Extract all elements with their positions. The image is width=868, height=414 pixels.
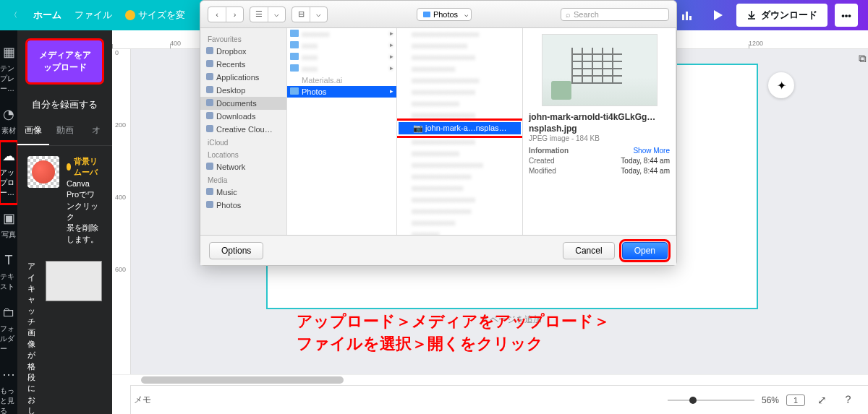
open-button[interactable]: Open: [622, 242, 668, 259]
file-item-selected[interactable]: 📷 john-mark-a…nsplash.jpg: [399, 122, 521, 134]
file-item-photos[interactable]: Photos: [287, 86, 396, 98]
left-rail: ▦テンプレー… ◔素材 ☁アップロー… ▣写真 Tテキスト 🗀フォルダー ⋯もっ…: [0, 30, 17, 414]
file-item[interactable]: xxxxxxx: [397, 228, 522, 235]
record-self-button[interactable]: 自分を録画する: [17, 92, 112, 117]
sidebar-item-recents[interactable]: Recents: [200, 58, 286, 71]
play-icon[interactable]: [706, 4, 729, 27]
file-item[interactable]: xxxxxxxxxxxxxxx: [397, 205, 522, 217]
elements-icon: ◔: [0, 105, 17, 123]
help-icon[interactable]: ？: [838, 393, 857, 407]
sidebar-heading-icloud: iCloud: [200, 136, 286, 148]
side-panel: メディアをアップロード 自分を録画する 画像 動画 オ 背景リムーバ Canva…: [17, 30, 112, 414]
file-item[interactable]: xxxxxxxxxxxxxxxx: [397, 86, 522, 98]
file-item[interactable]: xxxxxxx: [287, 28, 396, 40]
preview-thumbnail: [542, 34, 658, 106]
rail-elements[interactable]: ◔素材: [0, 100, 17, 142]
tab-image[interactable]: 画像: [17, 117, 49, 145]
cloud-upload-icon: ☁: [0, 147, 17, 165]
file-item[interactable]: xxxxxxxxxxxxxxx: [397, 171, 522, 182]
template-icon: ▦: [0, 43, 17, 61]
file-item[interactable]: xxxx: [287, 40, 396, 51]
chart-icon[interactable]: [676, 4, 699, 27]
file-menu[interactable]: ファイル: [75, 9, 112, 22]
sidebar-item-music[interactable]: Music: [200, 186, 286, 199]
back-icon[interactable]: ‹: [208, 7, 226, 22]
finder-column-1: xxxxxxx xxxx xxxx xxxx Materials.ai Phot…: [287, 28, 397, 235]
rail-folder[interactable]: 🗀フォルダー: [0, 298, 17, 360]
rail-template[interactable]: ▦テンプレー…: [0, 38, 17, 100]
file-item[interactable]: xxxxxxxxxxxxxxxxx: [397, 74, 522, 86]
rail-more[interactable]: ⋯もっと見る: [0, 360, 17, 414]
rail-upload[interactable]: ☁アップロー…: [0, 142, 17, 204]
sidebar-item-desktop[interactable]: Desktop: [200, 84, 286, 97]
file-item[interactable]: xxxxxxxxxxx: [397, 63, 522, 74]
upload-tabs: 画像 動画 オ: [17, 117, 112, 146]
tab-audio[interactable]: オ: [80, 117, 112, 145]
rail-photos[interactable]: ▣写真: [0, 204, 17, 246]
list-item[interactable]: アイキャッチ画像が 格段におしゃれになる 文字入れ のコツ16個: [27, 261, 102, 414]
cancel-button[interactable]: Cancel: [563, 242, 614, 259]
duplicate-page-icon[interactable]: ⧉: [859, 52, 867, 65]
h-scrollbar[interactable]: [112, 374, 868, 385]
upload-media-button[interactable]: メディアをアップロード: [27, 40, 102, 82]
rail-text[interactable]: Tテキスト: [0, 246, 17, 298]
more-button[interactable]: •••: [835, 4, 858, 27]
sidebar-item-creativecloud[interactable]: Creative Clou…: [200, 123, 286, 136]
forward-icon[interactable]: ›: [226, 7, 243, 22]
resize-button[interactable]: サイズを変: [125, 9, 185, 22]
group-icon[interactable]: ⊟: [292, 7, 310, 22]
file-item[interactable]: xxxxxxxxxxx: [397, 217, 522, 228]
page-indicator[interactable]: 1: [786, 394, 805, 406]
file-item[interactable]: xxxxxxxxxxxxx: [397, 182, 522, 194]
tutorial-annotation: アップロード＞メディアをアップロード＞ ファイルを選択＞開くをクリック: [297, 311, 610, 355]
content-list: アイキャッチ画像が 格段におしゃれになる 文字入れ のコツ16個 おしゃれな英語…: [17, 255, 112, 414]
svg-rect-2: [689, 16, 692, 20]
grid-view-icon[interactable]: ▦: [864, 394, 868, 407]
file-item[interactable]: xxxx: [287, 63, 396, 74]
finder-sidebar: Favourites Dropbox Recents Applications …: [200, 28, 287, 235]
file-item[interactable]: xxxx: [287, 51, 396, 63]
home-link[interactable]: ホーム: [33, 9, 61, 22]
fullscreen-icon[interactable]: ⤢: [812, 394, 831, 407]
sidebar-item-network[interactable]: Network: [200, 160, 286, 173]
ruler-vertical: 0200400600: [112, 49, 131, 414]
sidebar-item-documents[interactable]: Documents: [200, 97, 286, 110]
folder-popup[interactable]: Photos: [417, 8, 472, 21]
search-icon: ⌕: [566, 10, 571, 19]
sidebar-item-downloads[interactable]: Downloads: [200, 110, 286, 123]
group-segment[interactable]: ⊟⌵: [292, 7, 328, 22]
zoom-slider[interactable]: [668, 400, 754, 401]
file-item[interactable]: xxxxxxxxxxxxxxxx: [397, 194, 522, 205]
ai-suggest-button[interactable]: ✦: [768, 72, 794, 98]
file-item[interactable]: xxxxxxxxxxxx: [397, 98, 522, 109]
tab-video[interactable]: 動画: [49, 117, 81, 145]
file-item[interactable]: xxxxxxxxxxxxxxxx: [397, 51, 522, 63]
bg-remover-promo[interactable]: 背景リムーバ Canva Proでワンクリック 景を削除します。: [17, 146, 112, 255]
sidebar-item-dropbox[interactable]: Dropbox: [200, 45, 286, 58]
info-val-modified: Today, 8:44 am: [621, 167, 670, 175]
zoom-value: 56%: [762, 395, 779, 405]
info-key-modified: Modified: [529, 167, 556, 175]
finder-preview-column: john-mark-arnold-ti4kGLkGg…nsplash.jpg J…: [523, 28, 676, 235]
bottom-bar: ✎メモ 56% 1 ⤢ ？ ▦: [112, 385, 868, 414]
file-item[interactable]: xxxxxxxxxxxxxxxx: [397, 109, 522, 121]
view-mode-segment[interactable]: ☰⌵: [250, 7, 286, 22]
file-item[interactable]: xxxxxxxxxxxxxx: [397, 40, 522, 51]
show-more-link[interactable]: Show More: [633, 147, 670, 155]
sidebar-item-photos[interactable]: Photos: [200, 199, 286, 212]
preview-subtitle: JPEG image - 184 KB: [529, 134, 670, 142]
column-view-icon[interactable]: ☰: [250, 7, 268, 22]
options-button[interactable]: Options: [209, 242, 263, 259]
nav-back-forward[interactable]: ‹›: [208, 7, 244, 22]
sidebar-item-applications[interactable]: Applications: [200, 71, 286, 84]
file-item[interactable]: xxxxxxxxxxxx: [397, 147, 522, 159]
file-item[interactable]: xxxxxxxxxxxxxxxxxx: [397, 159, 522, 171]
file-item[interactable]: xxxxxxxxxxxxxxxxx: [397, 28, 522, 40]
download-button[interactable]: ダウンロード: [736, 4, 827, 27]
search-field[interactable]: ⌕Search: [561, 8, 669, 21]
file-item[interactable]: xxxxxxxxxxxxxxxx: [397, 136, 522, 147]
view-dropdown-icon[interactable]: ⌵: [268, 7, 285, 22]
file-item-materials[interactable]: Materials.ai: [287, 74, 396, 86]
back-chevron-icon[interactable]: 〈: [10, 10, 17, 20]
group-dropdown-icon[interactable]: ⌵: [310, 7, 327, 22]
